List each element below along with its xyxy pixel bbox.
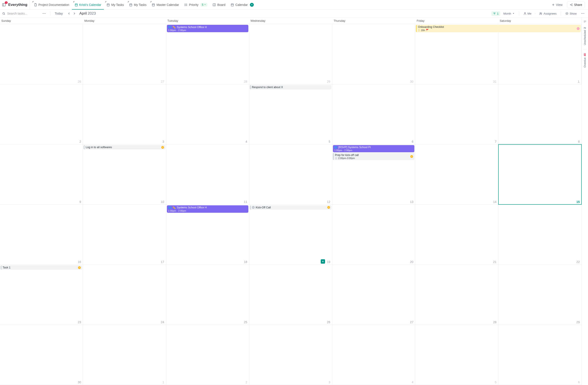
day-cell[interactable]: 8 (499, 84, 582, 144)
day-cell[interactable]: Log in to all softwares10 (83, 144, 166, 204)
event-emoji: ✏️ (172, 25, 176, 29)
day-cell[interactable]: 2 (0, 84, 83, 144)
calendar-event[interactable]: [RSVP] Systems School Pr1:00pm - 2:00pm (333, 145, 414, 152)
settings-sliders-icon (566, 12, 568, 15)
day-cell[interactable]: 4 (166, 84, 249, 144)
calendar-event[interactable]: Prep for kick-off call2:00pm-3:00pm (333, 153, 414, 160)
tab-master-calendar[interactable]: Master Calendar (149, 0, 182, 10)
day-cell[interactable]: 27 (332, 265, 415, 325)
calendar-event[interactable]: Task 1 (1, 265, 82, 270)
list-icon (184, 3, 188, 6)
chevron-right-icon[interactable] (73, 12, 76, 15)
tab-calendar[interactable]: Calendar (228, 0, 256, 10)
calendar-event[interactable]: Log in to all softwares (84, 145, 165, 149)
day-cell[interactable]: ✏️Systems School Office H1:00pm - 2:00pm… (166, 24, 249, 84)
day-cell[interactable]: 31 (415, 24, 498, 84)
calendar-event[interactable]: ✏️Systems School Office H1:00pm - 2:00pm (167, 205, 248, 213)
day-cell[interactable]: 6 (499, 325, 582, 385)
today-button[interactable]: Today (53, 12, 64, 15)
day-cell[interactable]: 30 (332, 24, 415, 84)
day-cell[interactable]: Respond to client about X5 (249, 84, 332, 144)
day-header: Friday (415, 18, 498, 24)
tab-label: Master Calendar (156, 3, 179, 6)
workspace-name[interactable]: Everything (7, 0, 30, 10)
day-number: 28 (244, 80, 247, 83)
day-cell[interactable]: 17 (83, 205, 166, 265)
rail-toggle-icon[interactable] (583, 20, 587, 23)
calendar-event[interactable]: ✏️Systems School Office H1:00pm - 2:00pm (167, 25, 248, 32)
tab-kristi-s-calendar[interactable]: Kristi's Calendar (72, 0, 104, 10)
day-cell[interactable]: 4 (332, 325, 415, 385)
day-cell[interactable]: 29 (499, 265, 582, 325)
day-cell[interactable]: 20 (332, 205, 415, 265)
day-cell[interactable]: 5 (415, 325, 498, 385)
day-cell[interactable]: 1 (83, 325, 166, 385)
rail-separator (584, 49, 587, 49)
day-cell[interactable]: 26 (249, 265, 332, 325)
day-number: 4 (246, 140, 247, 143)
calendar-week: 1617✏️Systems School Office H1:00pm - 2:… (0, 205, 582, 265)
calendar-event-spanning[interactable]: Onboarding Checklist20h 🚩 (416, 25, 581, 32)
day-cell[interactable]: Kick-Off Call19 (249, 205, 332, 265)
period-selector[interactable]: Month (502, 12, 516, 15)
day-cell[interactable]: 3 (249, 325, 332, 385)
unscheduled-panel-toggle[interactable]: Unscheduled 2 (584, 27, 587, 45)
day-cell[interactable]: 27 (83, 24, 166, 84)
day-cell[interactable]: 15 (499, 144, 582, 204)
day-cell[interactable]: 1 (499, 24, 582, 84)
toolbar-more-button[interactable] (580, 10, 586, 17)
tab-label: Kristi's Calendar (79, 3, 102, 6)
people-icon (539, 12, 542, 15)
day-cell[interactable]: 11 (166, 144, 249, 204)
day-cell[interactable]: 9 (0, 144, 83, 204)
day-cell[interactable]: 16 (0, 205, 83, 265)
day-cell[interactable]: ✏️Systems School Office H1:00pm - 2:00pm… (166, 205, 249, 265)
svg-point-55 (584, 13, 584, 14)
day-cell[interactable]: 28 (415, 265, 498, 325)
tab-my-tasks[interactable]: My Tasks (126, 0, 149, 10)
search-input[interactable] (7, 12, 38, 15)
day-cell[interactable]: 25 (166, 265, 249, 325)
autoplay-icon[interactable] (250, 3, 254, 7)
day-number: 28 (493, 320, 497, 324)
more-options-button[interactable] (41, 10, 47, 17)
day-cell[interactable]: 21 (415, 205, 498, 265)
hourglass-icon (418, 29, 420, 31)
svg-point-43 (45, 13, 46, 14)
tab-priority[interactable]: Priority5 (182, 0, 210, 10)
sidebar-toggle[interactable]: 1 (1, 2, 6, 7)
day-cell[interactable]: 2 (166, 325, 249, 385)
overdue-count: 40 (584, 53, 587, 56)
day-cell[interactable]: 30 (0, 325, 83, 385)
tab-my-tasks[interactable]: My Tasks (104, 0, 126, 10)
day-cell[interactable]: 22 (499, 205, 582, 265)
overdue-panel-toggle[interactable]: Overdue 40 (584, 53, 587, 68)
day-number: 19 (327, 260, 331, 264)
me-filter-button[interactable]: Me (522, 12, 533, 15)
tab-project-documentation[interactable]: Project Documentation (31, 0, 72, 10)
show-settings-button[interactable]: Show (564, 12, 578, 15)
share-button[interactable]: Share (567, 1, 585, 8)
add-view-button[interactable]: View (549, 1, 565, 8)
event-title: Task 1 (3, 266, 10, 269)
day-cell[interactable]: 14 (415, 144, 498, 204)
day-cell[interactable]: 3 (83, 84, 166, 144)
assignees-filter-button[interactable]: Assignees (538, 12, 558, 15)
day-cell[interactable]: [RSVP] Systems School Pr1:00pm - 2:00pmP… (332, 144, 415, 204)
day-cell[interactable]: Task 123 (0, 265, 83, 325)
day-cell[interactable]: 7 (415, 84, 498, 144)
day-cell[interactable]: 12 (249, 144, 332, 204)
tab-board[interactable]: Board (210, 0, 228, 10)
calendar-week: 234Respond to client about X5678 (0, 84, 582, 145)
day-number: 2 (246, 381, 247, 384)
day-cell[interactable]: 24 (83, 265, 166, 325)
day-cell[interactable]: 29 (249, 24, 332, 84)
day-cell[interactable]: 6 (332, 84, 415, 144)
calendar-event[interactable]: Respond to client about X (250, 85, 331, 90)
calendar-week: 30123456 (0, 325, 582, 385)
calendar-event[interactable]: Kick-Off Call (250, 205, 331, 210)
filter-chip[interactable]: 1 (491, 11, 500, 16)
chevron-left-icon[interactable] (68, 12, 71, 15)
add-task-button[interactable] (321, 259, 325, 264)
day-cell[interactable]: 26 (0, 24, 83, 84)
